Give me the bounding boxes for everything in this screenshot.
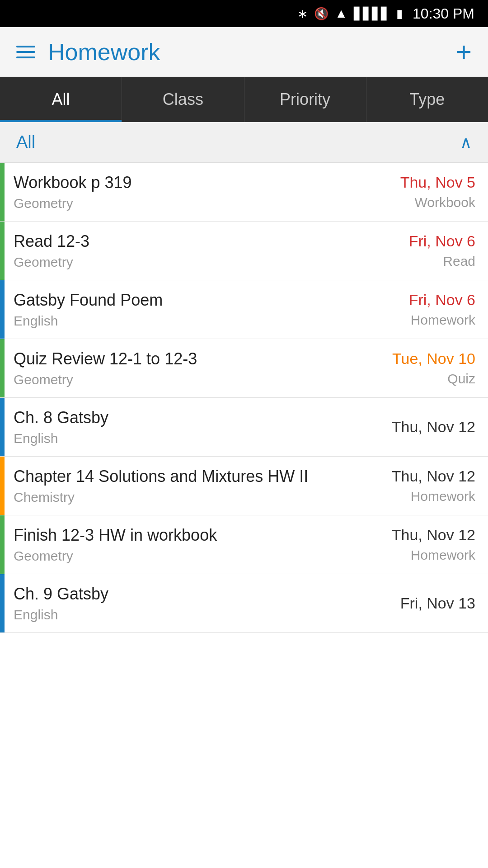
item-type: Homework (411, 489, 475, 504)
item-left: Quiz Review 12-1 to 12-3Geometry (14, 349, 197, 387)
item-right: Fri, Nov 6Homework (409, 291, 475, 328)
item-subtitle: English (14, 607, 108, 623)
item-title: Chapter 14 Solutions and Mixtures HW II (14, 467, 308, 486)
item-title: Quiz Review 12-1 to 12-3 (14, 349, 197, 368)
tab-class[interactable]: Class (122, 77, 244, 122)
item-accent (0, 163, 5, 221)
header-left: Homework (16, 38, 160, 66)
item-left: Workbook p 319Geometry (14, 173, 132, 211)
item-left: Ch. 9 GatsbyEnglish (14, 585, 108, 623)
item-accent (0, 339, 5, 397)
tab-bar: AllClassPriorityType (0, 77, 488, 122)
item-title: Ch. 8 Gatsby (14, 408, 108, 427)
item-right: Thu, Nov 5Workbook (400, 174, 475, 210)
menu-button[interactable] (16, 46, 35, 58)
status-time: 10:30 PM (413, 5, 474, 22)
item-subtitle: Geometry (14, 255, 89, 270)
item-content: Chapter 14 Solutions and Mixtures HW IIC… (5, 457, 488, 515)
item-left: Ch. 8 GatsbyEnglish (14, 408, 108, 446)
list-item[interactable]: Ch. 9 GatsbyEnglishFri, Nov 13 (0, 574, 488, 633)
list-item[interactable]: Read 12-3GeometryFri, Nov 6Read (0, 222, 488, 280)
item-subtitle: Geometry (14, 372, 197, 387)
item-content: Quiz Review 12-1 to 12-3GeometryTue, Nov… (5, 339, 488, 397)
status-icons: ∗ 🔇 ▲ ▋▋▋▋ ▮ 10:30 PM (297, 5, 474, 22)
item-content: Read 12-3GeometryFri, Nov 6Read (5, 222, 488, 280)
item-right: Thu, Nov 12Homework (392, 467, 475, 504)
list-item[interactable]: Ch. 8 GatsbyEnglishThu, Nov 12 (0, 398, 488, 457)
tab-priority[interactable]: Priority (244, 77, 366, 122)
item-left: Finish 12-3 HW in workbookGeometry (14, 526, 217, 564)
item-title: Gatsby Found Poem (14, 291, 163, 310)
list-item[interactable]: Workbook p 319GeometryThu, Nov 5Workbook (0, 163, 488, 222)
add-button[interactable]: + (456, 38, 472, 66)
item-type: Workbook (414, 195, 475, 210)
page-title: Homework (48, 38, 160, 66)
item-accent (0, 222, 5, 280)
item-accent (0, 457, 5, 515)
item-right: Tue, Nov 10Quiz (392, 350, 475, 387)
item-date: Fri, Nov 6 (409, 291, 475, 309)
wifi-icon: ▲ (335, 6, 347, 21)
mute-icon: 🔇 (314, 7, 328, 21)
list-item[interactable]: Chapter 14 Solutions and Mixtures HW IIC… (0, 457, 488, 515)
item-date: Thu, Nov 5 (400, 174, 475, 191)
item-content: Workbook p 319GeometryThu, Nov 5Workbook (5, 163, 488, 221)
item-accent (0, 574, 5, 632)
item-left: Gatsby Found PoemEnglish (14, 291, 163, 329)
item-subtitle: Chemistry (14, 490, 308, 505)
header: Homework + (0, 27, 488, 77)
list-item[interactable]: Quiz Review 12-1 to 12-3GeometryTue, Nov… (0, 339, 488, 398)
item-left: Read 12-3Geometry (14, 232, 89, 270)
item-date: Thu, Nov 12 (392, 467, 475, 485)
homework-list: Workbook p 319GeometryThu, Nov 5Workbook… (0, 163, 488, 633)
list-item[interactable]: Finish 12-3 HW in workbookGeometryThu, N… (0, 515, 488, 574)
bluetooth-icon: ∗ (297, 6, 308, 21)
filter-label: All (16, 132, 35, 152)
item-content: Gatsby Found PoemEnglishFri, Nov 6Homewo… (5, 280, 488, 339)
item-right: Fri, Nov 13 (400, 594, 475, 612)
item-title: Workbook p 319 (14, 173, 132, 192)
item-right: Thu, Nov 12 (392, 418, 475, 436)
item-content: Ch. 9 GatsbyEnglishFri, Nov 13 (5, 574, 488, 632)
item-type: Homework (411, 547, 475, 563)
item-right: Fri, Nov 6Read (409, 232, 475, 269)
battery-icon: ▮ (396, 7, 403, 21)
signal-icon: ▋▋▋▋ (354, 7, 390, 21)
item-type: Homework (411, 312, 475, 328)
item-subtitle: Geometry (14, 548, 217, 564)
item-content: Ch. 8 GatsbyEnglishThu, Nov 12 (5, 398, 488, 456)
tab-all[interactable]: All (0, 77, 122, 122)
tab-type[interactable]: Type (366, 77, 488, 122)
status-bar: ∗ 🔇 ▲ ▋▋▋▋ ▮ 10:30 PM (0, 0, 488, 27)
item-subtitle: English (14, 313, 163, 329)
item-subtitle: Geometry (14, 196, 132, 211)
item-type: Read (443, 254, 475, 269)
filter-row[interactable]: All ∧ (0, 122, 488, 163)
item-accent (0, 280, 5, 339)
item-right: Thu, Nov 12Homework (392, 526, 475, 563)
item-subtitle: English (14, 431, 108, 446)
item-title: Finish 12-3 HW in workbook (14, 526, 217, 545)
item-type: Quiz (447, 371, 475, 387)
item-date: Thu, Nov 12 (392, 526, 475, 544)
item-date: Fri, Nov 13 (400, 594, 475, 612)
item-title: Ch. 9 Gatsby (14, 585, 108, 604)
item-date: Fri, Nov 6 (409, 232, 475, 250)
list-item[interactable]: Gatsby Found PoemEnglishFri, Nov 6Homewo… (0, 280, 488, 339)
item-accent (0, 515, 5, 574)
item-accent (0, 398, 5, 456)
item-title: Read 12-3 (14, 232, 89, 251)
item-date: Tue, Nov 10 (392, 350, 475, 368)
item-content: Finish 12-3 HW in workbookGeometryThu, N… (5, 515, 488, 574)
item-left: Chapter 14 Solutions and Mixtures HW IIC… (14, 467, 308, 505)
filter-chevron-icon[interactable]: ∧ (460, 133, 472, 152)
item-date: Thu, Nov 12 (392, 418, 475, 436)
